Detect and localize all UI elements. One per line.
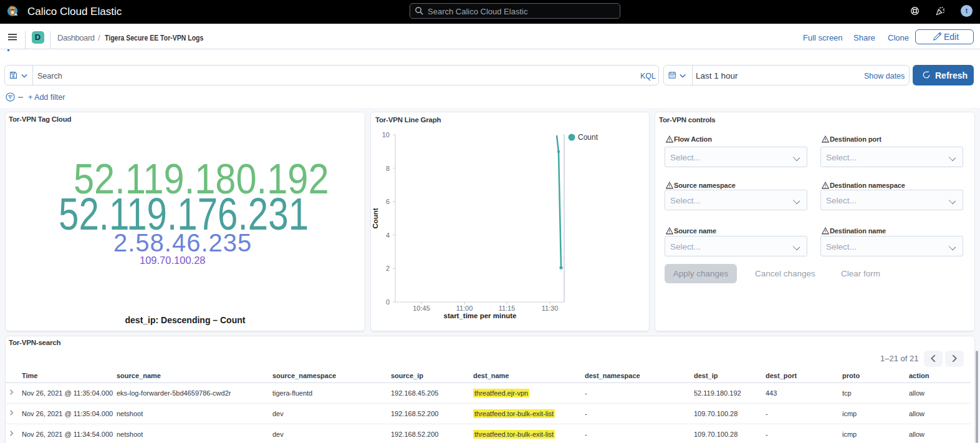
svg-text:11:30: 11:30	[542, 304, 559, 312]
svg-text:10:45: 10:45	[413, 304, 430, 312]
svg-text:10: 10	[382, 131, 390, 139]
svg-text:8: 8	[386, 165, 390, 172]
svg-text:start_time per minute: start_time per minute	[444, 312, 517, 319]
svg-text:Count: Count	[372, 208, 379, 228]
svg-text:6: 6	[386, 198, 390, 205]
svg-text:11:00: 11:00	[456, 304, 473, 312]
svg-text:0: 0	[386, 298, 390, 306]
svg-text:11:15: 11:15	[499, 304, 516, 312]
svg-text:2: 2	[386, 265, 390, 272]
svg-text:Count: Count	[578, 133, 598, 142]
svg-text:4: 4	[386, 231, 390, 239]
